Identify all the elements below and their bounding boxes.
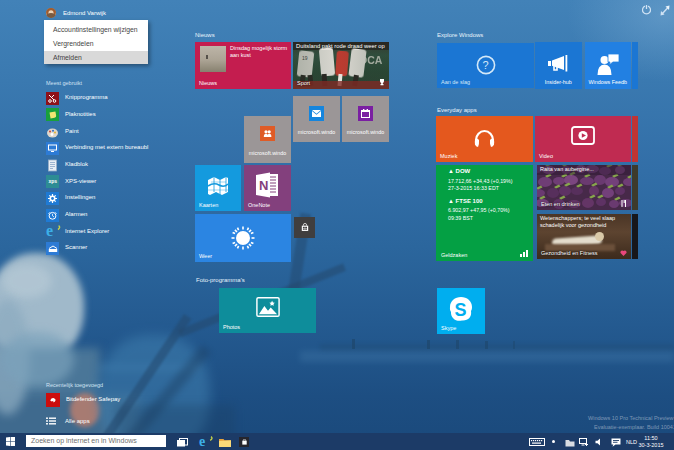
- svg-text:S: S: [455, 300, 467, 320]
- svg-text:N: N: [259, 178, 268, 193]
- svg-text:?: ?: [483, 59, 489, 71]
